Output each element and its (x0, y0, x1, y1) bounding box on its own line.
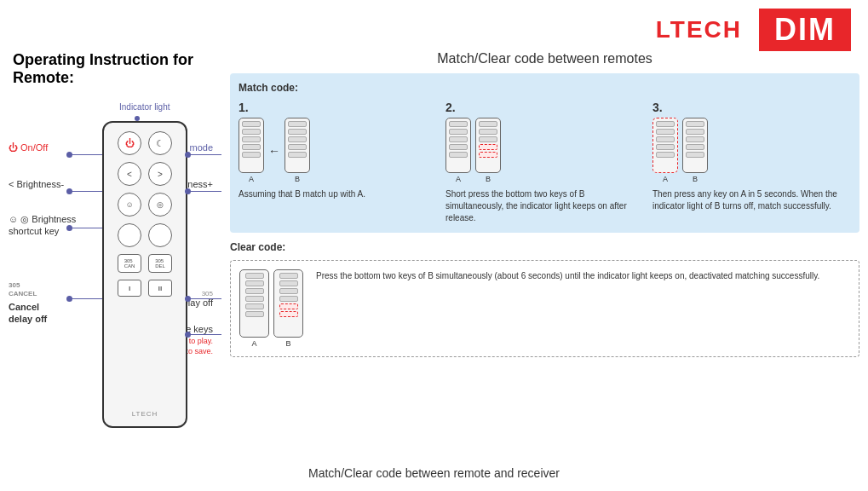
cancel-small-label: 305CANCEL (9, 281, 47, 299)
step-3-remotes: A B (652, 118, 708, 183)
btn-brightness-minus[interactable]: < (118, 162, 141, 186)
s2b-btn3 (479, 136, 497, 142)
ca-btn6 (245, 311, 264, 317)
step-2-remotes: A B (445, 118, 501, 183)
btn-brightness-plus[interactable]: > (148, 162, 172, 186)
clear-remotes: A B (239, 269, 303, 348)
match-code-label: Match code: (239, 82, 851, 94)
conn-dot-night (185, 152, 191, 158)
on-off-icon: ⏻ (9, 142, 18, 153)
step-3-number: 3. (652, 101, 663, 114)
ca-btn5 (245, 303, 264, 309)
step-1-desc: Assuming that B match up with A. (239, 188, 365, 200)
step-2-desc: Short press the bottom two keys of B sim… (445, 188, 644, 224)
s2a-btn3 (449, 136, 468, 142)
s2a-btn4 (449, 144, 468, 150)
clear-code-box: A B Press the bottom two keys of B simul… (230, 260, 859, 357)
label-on-off: ⏻ On/Off (9, 142, 48, 153)
remote-body: ⏻ ☾ < > ☺ ◎ (102, 121, 187, 428)
step3-b-label: B (693, 175, 698, 183)
remote-row-5: 305CAN 305DEL (118, 254, 172, 273)
s2b-btn4 (479, 144, 497, 150)
step1-b-label: B (295, 175, 300, 183)
s2a-btn1 (449, 121, 468, 127)
step2-remote-b-wrap: B (475, 118, 501, 183)
s3a-btn2 (656, 129, 675, 135)
conn-line-onoff (70, 154, 102, 155)
step1-a-label: A (249, 175, 254, 183)
conn-line-delay (189, 298, 221, 299)
step2-remote-b (475, 118, 501, 173)
step2-b-label: B (486, 175, 491, 183)
remote-area: Indicator light ⏻ On/Off < Brightness- ☺… (9, 95, 213, 453)
step1-remote-b-wrap: B (285, 118, 310, 183)
step-1-remotes: A ← B (239, 118, 310, 183)
clear-remote-b (273, 269, 303, 338)
left-panel: Operating Instruction for Remote: Indica… (9, 51, 213, 453)
s1b-btn3 (288, 136, 307, 142)
label-cancel-delay: 305CANCEL Canceldelay off (9, 281, 47, 325)
conn-dot-shortcut (66, 225, 72, 231)
step1-arrow: ← (268, 144, 280, 158)
shortcut-icon1: ☺ (9, 214, 18, 224)
btn-power[interactable]: ⏻ (118, 131, 141, 155)
s3b-btn4 (686, 144, 704, 150)
conn-dot-brightness-minus (66, 188, 72, 194)
conn-dot-brightness-plus (185, 188, 191, 194)
match-step-1: 1. A ← (239, 101, 437, 200)
btn-305-delay[interactable]: 305DEL (148, 254, 172, 273)
conn-dot-scene (185, 332, 191, 338)
label-brightness-shortcut: ☺ ◎ Brightnessshortcut key (9, 213, 76, 238)
label-brightness-minus: < Brightness- (9, 179, 64, 189)
s3a-btn1 (656, 121, 675, 127)
step-3-desc: Then press any key on A in 5 seconds. Wh… (652, 188, 851, 212)
step3-remote-a-wrap: A (652, 118, 678, 183)
main-content: Operating Instruction for Remote: Indica… (0, 51, 868, 453)
ca-btn3 (245, 288, 264, 294)
s3b-btn3 (686, 136, 704, 142)
s3b-btn5 (686, 152, 704, 158)
conn-line-brightness-plus (189, 191, 221, 192)
btn-scene-1[interactable]: I (118, 280, 141, 297)
cb-btn2 (279, 280, 298, 286)
s3b-btn2 (686, 129, 704, 135)
btn-shortcut-2[interactable]: ◎ (148, 193, 172, 217)
cb-btn3 (279, 288, 298, 294)
s1a-btn1 (242, 121, 261, 127)
clear-b-label: B (285, 339, 290, 348)
s1b-btn5 (288, 152, 307, 158)
btn-scene-2[interactable]: II (148, 280, 172, 297)
step1-remote-b (285, 118, 310, 173)
btn-night-light[interactable]: ☾ (148, 131, 172, 155)
btn-circle-4b[interactable] (148, 223, 172, 247)
match-step-3: 3. A (652, 101, 851, 212)
cb-btn5 (279, 303, 298, 309)
conn-line-brightness-minus (70, 191, 102, 192)
step3-a-label: A (663, 175, 668, 183)
remote-ltech-label: LTECH (132, 410, 158, 418)
ca-btn1 (245, 273, 264, 279)
btn-circle-4a[interactable] (118, 223, 141, 247)
step3-remote-a (652, 118, 678, 173)
s2a-btn2 (449, 129, 468, 135)
page-title: Operating Instruction for Remote: (9, 51, 213, 87)
dim-badge: DIM (759, 9, 851, 51)
step2-remote-a (445, 118, 471, 173)
remote-row-3: ☺ ◎ (118, 193, 172, 217)
step-2-number: 2. (445, 101, 456, 114)
clear-desc: Press the bottom two keys of B simultane… (316, 269, 850, 282)
ltech-logo: LTECH (656, 16, 742, 43)
header: LTECH DIM (0, 0, 868, 51)
btn-305-cancel[interactable]: 305CAN (118, 254, 141, 273)
remote-row-2: < > (118, 162, 172, 186)
s1b-btn1 (288, 121, 307, 127)
remote-row-6: I II (118, 280, 172, 297)
bottom-title: Match/Clear code between remote and rece… (0, 466, 868, 488)
ca-btn4 (245, 296, 264, 302)
clear-remote-a (239, 269, 269, 338)
step3-remote-b (682, 118, 708, 173)
btn-shortcut-1[interactable]: ☺ (118, 193, 141, 217)
indicator-light-label: Indicator light (119, 102, 170, 112)
step-1-number: 1. (239, 101, 249, 114)
step3-remote-b-wrap: B (682, 118, 708, 183)
